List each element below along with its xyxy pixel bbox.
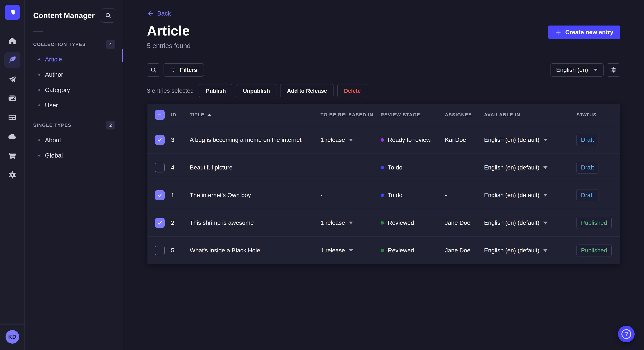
column-header-id[interactable]: ID [171, 112, 190, 118]
stage-dot-icon [380, 193, 384, 197]
table-row[interactable]: 1The internet's Own boy-To do-English (e… [147, 181, 620, 209]
table-row[interactable]: 3A bug is becoming a meme on the interne… [147, 126, 620, 154]
table-row[interactable]: 4Beautiful picture-To do-English (en) (d… [147, 154, 620, 181]
selection-actions: PublishUnpublishAdd to ReleaseDelete [199, 84, 367, 97]
cell-assignee: - [445, 192, 484, 199]
gear-icon [610, 67, 617, 73]
nav-media-library[interactable] [4, 90, 20, 106]
subnav-item-category[interactable]: Category [25, 82, 123, 98]
nav-settings[interactable] [4, 167, 20, 183]
cell-assignee: Jane Doe [445, 219, 484, 226]
table-row[interactable]: 5What's inside a Black Hole1 releaseRevi… [147, 236, 620, 264]
check-icon [157, 137, 163, 143]
available-in-value: English (en) (default) [484, 192, 540, 199]
bullet-dot-icon [38, 74, 40, 76]
stage-dot-icon [380, 138, 384, 142]
cell-released-in[interactable]: 1 release [320, 219, 380, 226]
cell-released-in[interactable]: 1 release [320, 247, 380, 254]
select-all-checkbox[interactable] [155, 110, 164, 120]
status-badge: Published [576, 217, 612, 229]
cell-available-in[interactable]: English (en) (default) [484, 247, 576, 254]
home-icon [8, 36, 17, 45]
publish-button[interactable]: Publish [199, 84, 232, 97]
stage-label: To do [388, 164, 402, 171]
column-header-to-be-released-in[interactable]: TO BE RELEASED IN [320, 112, 380, 118]
entries-count: 5 entries found [147, 42, 190, 50]
subnav-item-user[interactable]: User [25, 98, 123, 113]
column-header-title[interactable]: TITLE [190, 112, 320, 118]
help-button[interactable]: ? [618, 326, 635, 342]
subnav-item-author[interactable]: Author [25, 67, 123, 82]
nav-content-manager[interactable] [4, 52, 20, 68]
row-checkbox[interactable] [155, 163, 164, 173]
strapi-logo[interactable] [5, 5, 20, 20]
cell-status: Draft [576, 162, 612, 174]
chevron-down-icon [349, 222, 353, 224]
search-icon [105, 12, 112, 19]
status-badge: Draft [576, 189, 598, 201]
section-count-badge: 4 [106, 40, 115, 49]
chevron-down-icon [543, 166, 548, 169]
cell-status: Published [576, 245, 612, 256]
column-header-available-in[interactable]: AVAILABLE IN [484, 112, 576, 118]
back-link[interactable]: Back [147, 10, 171, 17]
table-search-button[interactable] [147, 63, 160, 77]
nav-home[interactable] [4, 33, 20, 49]
stage-label: Reviewed [388, 219, 414, 226]
row-checkbox[interactable] [155, 190, 164, 200]
cart-icon [8, 151, 17, 160]
cell-title: What's inside a Black Hole [190, 247, 320, 254]
column-header-review-stage[interactable]: REVIEW STAGE [380, 112, 445, 118]
cell-available-in[interactable]: English (en) (default) [484, 219, 576, 226]
feather-icon [8, 55, 17, 65]
add-to-release-button[interactable]: Add to Release [280, 84, 334, 97]
create-new-entry-button[interactable]: Create new entry [548, 25, 620, 39]
cell-review-stage: Ready to review [380, 137, 445, 143]
search-icon [150, 67, 157, 73]
bullet-dot-icon [38, 139, 40, 141]
chevron-down-icon [543, 222, 548, 224]
subnav-item-article[interactable]: Article [25, 52, 123, 67]
subnav-item-about[interactable]: About [25, 133, 123, 148]
cell-title: This shrimp is awesome [190, 219, 320, 226]
unpublish-button[interactable]: Unpublish [236, 84, 276, 97]
nav-marketplace[interactable] [4, 148, 20, 164]
create-new-entry-label: Create new entry [565, 29, 613, 36]
cell-released-in: - [320, 192, 380, 199]
cell-released-in[interactable]: 1 release [320, 137, 380, 143]
row-checkbox[interactable] [155, 218, 164, 228]
section-label: COLLECTION TYPES [33, 42, 86, 47]
nav-releases[interactable] [4, 71, 20, 87]
column-header-label: ASSIGNEE [445, 112, 472, 118]
delete-button[interactable]: Delete [337, 84, 367, 97]
stage-dot-icon [380, 221, 384, 224]
table-row[interactable]: 2This shrimp is awesome1 releaseReviewed… [147, 209, 620, 236]
chevron-down-icon [543, 194, 548, 196]
nav-content-type-builder[interactable] [4, 109, 20, 126]
row-checkbox[interactable] [155, 135, 164, 145]
indeterminate-dash-icon [157, 112, 163, 118]
gear-icon [8, 170, 17, 179]
cell-title: A bug is becoming a meme on the internet [190, 137, 320, 143]
subnav-item-label: User [45, 102, 58, 109]
column-header-assignee[interactable]: ASSIGNEE [445, 112, 484, 118]
view-settings-button[interactable] [607, 63, 620, 77]
column-header-label: AVAILABLE IN [484, 112, 520, 118]
cell-available-in[interactable]: English (en) (default) [484, 164, 576, 171]
cell-review-stage: To do [380, 164, 445, 171]
subnav-search-button[interactable] [101, 8, 115, 22]
paper-plane-icon [8, 74, 17, 84]
nav-deploy[interactable] [4, 128, 20, 145]
locale-select[interactable]: English (en) [550, 63, 604, 77]
status-badge: Published [576, 245, 612, 256]
filters-label: Filters [180, 67, 197, 73]
status-badge: Draft [576, 134, 598, 146]
row-checkbox[interactable] [155, 246, 164, 255]
cell-available-in[interactable]: English (en) (default) [484, 137, 576, 143]
filters-button[interactable]: Filters [164, 63, 204, 77]
column-header-status[interactable]: STATUS [576, 112, 612, 118]
user-avatar[interactable]: KD [6, 330, 19, 344]
subnav-item-global[interactable]: Global [25, 148, 123, 163]
entries-table: IDTITLETO BE RELEASED INREVIEW STAGEASSI… [147, 104, 620, 264]
cell-available-in[interactable]: English (en) (default) [484, 192, 576, 199]
